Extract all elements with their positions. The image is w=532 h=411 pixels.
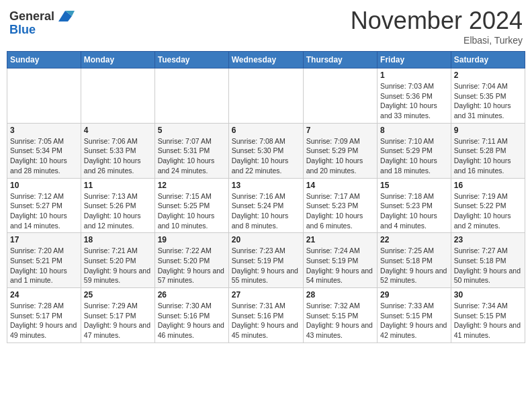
weekday-header-wednesday: Wednesday [228,52,303,68]
day-cell: 7Sunrise: 7:09 AMSunset: 5:29 PMDaylight… [303,123,377,178]
day-number: 1 [380,71,448,80]
day-info: Sunrise: 7:05 AMSunset: 5:34 PMDaylight:… [10,136,78,176]
day-info: Sunrise: 7:25 AMSunset: 5:18 PMDaylight:… [380,246,448,285]
day-info: Sunrise: 7:27 AMSunset: 5:18 PMDaylight:… [454,246,522,285]
day-cell: 23Sunrise: 7:27 AMSunset: 5:18 PMDayligh… [451,233,525,288]
weekday-header-thursday: Thursday [303,52,377,68]
day-number: 19 [158,235,226,244]
title-block: November 2024 Elbasi, Turkey [351,7,523,46]
day-info: Sunrise: 7:23 AMSunset: 5:19 PMDaylight:… [232,246,300,285]
day-cell: 5Sunrise: 7:07 AMSunset: 5:31 PMDaylight… [154,123,228,178]
day-number: 4 [84,126,152,135]
day-info: Sunrise: 7:11 AMSunset: 5:28 PMDaylight:… [454,136,522,176]
weekday-header-tuesday: Tuesday [154,52,228,68]
day-number: 11 [84,181,152,190]
day-cell: 30Sunrise: 7:34 AMSunset: 5:15 PMDayligh… [451,288,525,343]
day-cell: 25Sunrise: 7:29 AMSunset: 5:17 PMDayligh… [81,288,154,343]
day-cell [154,68,228,124]
day-cell: 16Sunrise: 7:19 AMSunset: 5:22 PMDayligh… [451,178,525,233]
day-cell: 2Sunrise: 7:04 AMSunset: 5:35 PMDaylight… [451,68,525,124]
day-cell: 1Sunrise: 7:03 AMSunset: 5:36 PMDaylight… [378,68,451,124]
month-title: November 2024 [351,7,523,35]
day-number: 8 [380,126,448,135]
day-number: 24 [10,290,78,300]
day-cell: 28Sunrise: 7:32 AMSunset: 5:15 PMDayligh… [303,288,377,343]
day-number: 5 [158,126,226,135]
day-cell: 27Sunrise: 7:31 AMSunset: 5:16 PMDayligh… [228,288,303,343]
day-cell: 18Sunrise: 7:21 AMSunset: 5:20 PMDayligh… [81,233,154,288]
weekday-header-saturday: Saturday [451,52,525,68]
day-cell: 15Sunrise: 7:18 AMSunset: 5:23 PMDayligh… [378,178,451,233]
day-cell: 4Sunrise: 7:06 AMSunset: 5:33 PMDaylight… [81,123,154,178]
day-info: Sunrise: 7:04 AMSunset: 5:35 PMDaylight:… [454,81,522,121]
day-cell: 8Sunrise: 7:10 AMSunset: 5:29 PMDaylight… [378,123,451,178]
day-info: Sunrise: 7:06 AMSunset: 5:33 PMDaylight:… [84,136,152,176]
day-cell [81,68,154,124]
day-info: Sunrise: 7:28 AMSunset: 5:17 PMDaylight:… [10,301,78,340]
day-cell: 9Sunrise: 7:11 AMSunset: 5:28 PMDaylight… [451,123,525,178]
day-number: 28 [306,290,374,300]
week-row-3: 10Sunrise: 7:12 AMSunset: 5:27 PMDayligh… [7,178,525,233]
weekday-header-sunday: Sunday [7,52,81,68]
day-number: 30 [454,290,522,300]
calendar-table: SundayMondayTuesdayWednesdayThursdayFrid… [7,51,525,343]
weekday-header-row: SundayMondayTuesdayWednesdayThursdayFrid… [7,52,525,68]
day-cell: 21Sunrise: 7:24 AMSunset: 5:19 PMDayligh… [303,233,377,288]
day-number: 13 [232,181,300,190]
day-cell: 19Sunrise: 7:22 AMSunset: 5:20 PMDayligh… [154,233,228,288]
page-header: General Blue November 2024 Elbasi, Turke… [7,7,525,46]
day-info: Sunrise: 7:32 AMSunset: 5:15 PMDaylight:… [306,301,374,340]
day-info: Sunrise: 7:10 AMSunset: 5:29 PMDaylight:… [380,136,448,176]
day-number: 25 [84,290,152,300]
day-number: 22 [380,235,448,244]
day-info: Sunrise: 7:22 AMSunset: 5:20 PMDaylight:… [158,246,226,285]
day-info: Sunrise: 7:34 AMSunset: 5:15 PMDaylight:… [454,301,522,340]
day-info: Sunrise: 7:19 AMSunset: 5:22 PMDaylight:… [454,191,522,231]
weekday-header-friday: Friday [378,52,451,68]
day-cell [303,68,377,124]
day-number: 7 [306,126,374,135]
day-info: Sunrise: 7:20 AMSunset: 5:21 PMDaylight:… [10,246,78,285]
day-cell: 14Sunrise: 7:17 AMSunset: 5:23 PMDayligh… [303,178,377,233]
day-cell: 12Sunrise: 7:15 AMSunset: 5:25 PMDayligh… [154,178,228,233]
day-number: 14 [306,181,374,190]
day-number: 18 [84,235,152,244]
day-number: 17 [10,235,78,244]
day-info: Sunrise: 7:07 AMSunset: 5:31 PMDaylight:… [158,136,226,176]
day-number: 6 [232,126,300,135]
day-cell: 17Sunrise: 7:20 AMSunset: 5:21 PMDayligh… [7,233,81,288]
day-info: Sunrise: 7:21 AMSunset: 5:20 PMDaylight:… [84,246,152,285]
logo: General Blue [9,7,75,37]
day-cell: 29Sunrise: 7:33 AMSunset: 5:15 PMDayligh… [378,288,451,343]
day-cell: 22Sunrise: 7:25 AMSunset: 5:18 PMDayligh… [378,233,451,288]
day-info: Sunrise: 7:18 AMSunset: 5:23 PMDaylight:… [380,191,448,231]
day-info: Sunrise: 7:03 AMSunset: 5:36 PMDaylight:… [380,81,448,121]
day-number: 20 [232,235,300,244]
day-number: 15 [380,181,448,190]
day-info: Sunrise: 7:09 AMSunset: 5:29 PMDaylight:… [306,136,374,176]
day-cell [228,68,303,124]
day-number: 9 [454,126,522,135]
day-cell: 10Sunrise: 7:12 AMSunset: 5:27 PMDayligh… [7,178,81,233]
day-number: 29 [380,290,448,300]
week-row-2: 3Sunrise: 7:05 AMSunset: 5:34 PMDaylight… [7,123,525,178]
day-cell: 24Sunrise: 7:28 AMSunset: 5:17 PMDayligh… [7,288,81,343]
day-info: Sunrise: 7:29 AMSunset: 5:17 PMDaylight:… [84,301,152,340]
day-info: Sunrise: 7:15 AMSunset: 5:25 PMDaylight:… [158,191,226,231]
day-number: 10 [10,181,78,190]
logo-general: General [9,9,54,24]
day-cell: 3Sunrise: 7:05 AMSunset: 5:34 PMDaylight… [7,123,81,178]
day-info: Sunrise: 7:12 AMSunset: 5:27 PMDaylight:… [10,191,78,231]
day-info: Sunrise: 7:17 AMSunset: 5:23 PMDaylight:… [306,191,374,231]
day-cell: 13Sunrise: 7:16 AMSunset: 5:24 PMDayligh… [228,178,303,233]
day-cell: 6Sunrise: 7:08 AMSunset: 5:30 PMDaylight… [228,123,303,178]
week-row-5: 24Sunrise: 7:28 AMSunset: 5:17 PMDayligh… [7,288,525,343]
logo-icon [56,7,75,26]
day-number: 26 [158,290,226,300]
day-number: 12 [158,181,226,190]
day-cell [7,68,81,124]
day-info: Sunrise: 7:13 AMSunset: 5:26 PMDaylight:… [84,191,152,231]
day-info: Sunrise: 7:30 AMSunset: 5:16 PMDaylight:… [158,301,226,340]
day-info: Sunrise: 7:16 AMSunset: 5:24 PMDaylight:… [232,191,300,231]
location: Elbasi, Turkey [351,35,523,46]
